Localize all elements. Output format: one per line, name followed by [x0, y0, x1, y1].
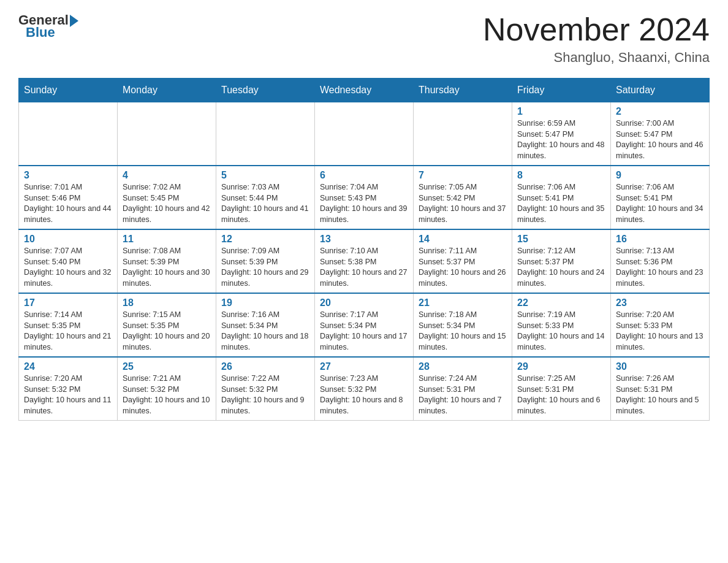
day-number: 14 [419, 234, 507, 245]
calendar-cell: 13Sunrise: 7:10 AM Sunset: 5:38 PM Dayli… [315, 229, 414, 293]
calendar-cell [315, 102, 414, 166]
calendar-week-row: 24Sunrise: 7:20 AM Sunset: 5:32 PM Dayli… [19, 357, 710, 421]
calendar-cell: 16Sunrise: 7:13 AM Sunset: 5:36 PM Dayli… [611, 229, 710, 293]
day-info: Sunrise: 7:07 AM Sunset: 5:40 PM Dayligh… [24, 246, 112, 289]
calendar-day-header: Wednesday [315, 79, 414, 102]
day-number: 13 [320, 234, 408, 245]
day-info: Sunrise: 7:00 AM Sunset: 5:47 PM Dayligh… [616, 118, 704, 161]
day-number: 22 [517, 297, 605, 308]
calendar-cell [216, 102, 315, 166]
calendar-cell: 27Sunrise: 7:23 AM Sunset: 5:32 PM Dayli… [315, 357, 414, 421]
calendar-cell: 23Sunrise: 7:20 AM Sunset: 5:33 PM Dayli… [611, 293, 710, 357]
day-info: Sunrise: 7:19 AM Sunset: 5:33 PM Dayligh… [517, 310, 605, 353]
calendar-cell: 29Sunrise: 7:25 AM Sunset: 5:31 PM Dayli… [512, 357, 611, 421]
day-number: 21 [419, 297, 507, 308]
calendar-week-row: 10Sunrise: 7:07 AM Sunset: 5:40 PM Dayli… [19, 229, 710, 293]
day-number: 28 [419, 361, 507, 372]
day-number: 9 [616, 170, 704, 181]
day-number: 25 [123, 361, 211, 372]
calendar-cell: 15Sunrise: 7:12 AM Sunset: 5:37 PM Dayli… [512, 229, 611, 293]
calendar-day-header: Friday [512, 79, 611, 102]
calendar-week-row: 3Sunrise: 7:01 AM Sunset: 5:46 PM Daylig… [19, 166, 710, 229]
day-info: Sunrise: 7:04 AM Sunset: 5:43 PM Dayligh… [320, 182, 408, 225]
calendar-cell: 26Sunrise: 7:22 AM Sunset: 5:32 PM Dayli… [216, 357, 315, 421]
calendar-day-header: Saturday [611, 79, 710, 102]
day-number: 1 [517, 106, 605, 117]
day-info: Sunrise: 7:13 AM Sunset: 5:36 PM Dayligh… [616, 246, 704, 289]
day-number: 5 [221, 170, 309, 181]
day-number: 27 [320, 361, 408, 372]
day-number: 12 [221, 234, 309, 245]
day-number: 6 [320, 170, 408, 181]
day-number: 29 [517, 361, 605, 372]
day-info: Sunrise: 7:26 AM Sunset: 5:31 PM Dayligh… [616, 373, 704, 416]
calendar-cell: 12Sunrise: 7:09 AM Sunset: 5:39 PM Dayli… [216, 229, 315, 293]
calendar-week-row: 17Sunrise: 7:14 AM Sunset: 5:35 PM Dayli… [19, 293, 710, 357]
day-info: Sunrise: 7:16 AM Sunset: 5:34 PM Dayligh… [221, 310, 309, 353]
calendar-cell: 20Sunrise: 7:17 AM Sunset: 5:34 PM Dayli… [315, 293, 414, 357]
calendar-cell: 21Sunrise: 7:18 AM Sunset: 5:34 PM Dayli… [414, 293, 512, 357]
day-info: Sunrise: 7:09 AM Sunset: 5:39 PM Dayligh… [221, 246, 309, 289]
calendar-cell: 3Sunrise: 7:01 AM Sunset: 5:46 PM Daylig… [19, 166, 118, 229]
calendar-cell [19, 102, 118, 166]
day-number: 20 [320, 297, 408, 308]
calendar-cell: 25Sunrise: 7:21 AM Sunset: 5:32 PM Dayli… [118, 357, 216, 421]
calendar-cell: 22Sunrise: 7:19 AM Sunset: 5:33 PM Dayli… [512, 293, 611, 357]
calendar-cell: 19Sunrise: 7:16 AM Sunset: 5:34 PM Dayli… [216, 293, 315, 357]
day-number: 16 [616, 234, 704, 245]
day-number: 26 [221, 361, 309, 372]
day-info: Sunrise: 7:01 AM Sunset: 5:46 PM Dayligh… [24, 182, 112, 225]
day-info: Sunrise: 7:20 AM Sunset: 5:32 PM Dayligh… [24, 373, 112, 416]
calendar-cell: 1Sunrise: 6:59 AM Sunset: 5:47 PM Daylig… [512, 102, 611, 166]
calendar-cell: 7Sunrise: 7:05 AM Sunset: 5:42 PM Daylig… [414, 166, 512, 229]
title-block: November 2024 Shangluo, Shaanxi, China [483, 12, 710, 66]
calendar-cell: 10Sunrise: 7:07 AM Sunset: 5:40 PM Dayli… [19, 229, 118, 293]
day-number: 23 [616, 297, 704, 308]
calendar-cell: 11Sunrise: 7:08 AM Sunset: 5:39 PM Dayli… [118, 229, 216, 293]
calendar-day-header: Thursday [414, 79, 512, 102]
day-info: Sunrise: 7:11 AM Sunset: 5:37 PM Dayligh… [419, 246, 507, 289]
day-info: Sunrise: 7:10 AM Sunset: 5:38 PM Dayligh… [320, 246, 408, 289]
calendar-cell: 5Sunrise: 7:03 AM Sunset: 5:44 PM Daylig… [216, 166, 315, 229]
day-info: Sunrise: 7:18 AM Sunset: 5:34 PM Dayligh… [419, 310, 507, 353]
calendar-day-header: Sunday [19, 79, 118, 102]
day-info: Sunrise: 7:25 AM Sunset: 5:31 PM Dayligh… [517, 373, 605, 416]
calendar-cell: 6Sunrise: 7:04 AM Sunset: 5:43 PM Daylig… [315, 166, 414, 229]
calendar-cell: 17Sunrise: 7:14 AM Sunset: 5:35 PM Dayli… [19, 293, 118, 357]
calendar-cell: 24Sunrise: 7:20 AM Sunset: 5:32 PM Dayli… [19, 357, 118, 421]
day-number: 24 [24, 361, 112, 372]
day-number: 15 [517, 234, 605, 245]
day-number: 17 [24, 297, 112, 308]
day-info: Sunrise: 7:02 AM Sunset: 5:45 PM Dayligh… [123, 182, 211, 225]
day-info: Sunrise: 7:05 AM Sunset: 5:42 PM Dayligh… [419, 182, 507, 225]
calendar-cell [118, 102, 216, 166]
day-number: 10 [24, 234, 112, 245]
day-info: Sunrise: 7:22 AM Sunset: 5:32 PM Dayligh… [221, 373, 309, 416]
calendar-cell: 4Sunrise: 7:02 AM Sunset: 5:45 PM Daylig… [118, 166, 216, 229]
day-info: Sunrise: 7:06 AM Sunset: 5:41 PM Dayligh… [616, 182, 704, 225]
day-number: 8 [517, 170, 605, 181]
calendar-cell [414, 102, 512, 166]
calendar-table: SundayMondayTuesdayWednesdayThursdayFrid… [18, 78, 710, 421]
day-number: 2 [616, 106, 704, 117]
calendar-day-header: Tuesday [216, 79, 315, 102]
logo: General Blue [18, 12, 78, 40]
calendar-cell: 28Sunrise: 7:24 AM Sunset: 5:31 PM Dayli… [414, 357, 512, 421]
page-header: General Blue November 2024 Shangluo, Sha… [18, 12, 710, 66]
day-info: Sunrise: 6:59 AM Sunset: 5:47 PM Dayligh… [517, 118, 605, 161]
calendar-cell: 9Sunrise: 7:06 AM Sunset: 5:41 PM Daylig… [611, 166, 710, 229]
day-number: 3 [24, 170, 112, 181]
day-number: 11 [123, 234, 211, 245]
day-number: 4 [123, 170, 211, 181]
month-title: November 2024 [483, 12, 710, 47]
day-info: Sunrise: 7:06 AM Sunset: 5:41 PM Dayligh… [517, 182, 605, 225]
calendar-cell: 14Sunrise: 7:11 AM Sunset: 5:37 PM Dayli… [414, 229, 512, 293]
calendar-cell: 8Sunrise: 7:06 AM Sunset: 5:41 PM Daylig… [512, 166, 611, 229]
day-number: 18 [123, 297, 211, 308]
logo-arrow-icon [70, 15, 78, 27]
day-info: Sunrise: 7:12 AM Sunset: 5:37 PM Dayligh… [517, 246, 605, 289]
day-info: Sunrise: 7:03 AM Sunset: 5:44 PM Dayligh… [221, 182, 309, 225]
calendar-cell: 30Sunrise: 7:26 AM Sunset: 5:31 PM Dayli… [611, 357, 710, 421]
location-subtitle: Shangluo, Shaanxi, China [483, 50, 710, 66]
calendar-day-header: Monday [118, 79, 216, 102]
